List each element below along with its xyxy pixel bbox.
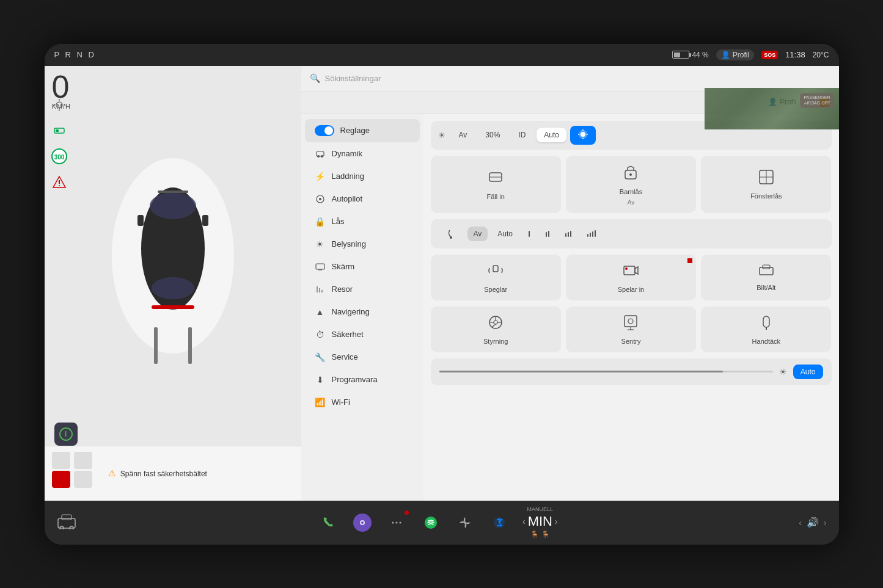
more-btn[interactable] xyxy=(386,512,408,534)
sun-icon-small: ☀ xyxy=(438,131,445,140)
wiper-btn-iii[interactable] xyxy=(559,228,577,240)
seat-rr xyxy=(74,471,92,488)
icon-buttons-row-2: Speglar xyxy=(431,255,832,300)
reglage-toggle[interactable] xyxy=(315,125,334,136)
recording-dot xyxy=(687,258,692,263)
info-button[interactable]: i xyxy=(54,423,78,446)
brightness-btn-blue[interactable] xyxy=(570,126,596,145)
menu-label-resor: Resor xyxy=(332,285,353,294)
wiper-lines-i xyxy=(529,231,530,237)
styrning-btn[interactable]: Styrning xyxy=(431,307,561,352)
right-panel: 🔍 Sökinställningar PASSENGERAIRBAG OFF 👤… xyxy=(301,66,839,501)
sentry-btn[interactable]: Sentry xyxy=(566,307,696,352)
menu-label-dynamik: Dynamik xyxy=(332,149,363,158)
vol-up-btn[interactable]: › xyxy=(824,518,827,528)
menu-item-autopilot[interactable]: Autopilot xyxy=(305,188,420,210)
svg-point-21 xyxy=(321,155,323,158)
camera-btn[interactable] xyxy=(351,512,373,534)
skarm-icon xyxy=(315,262,326,272)
menu-label-reglage: Reglage xyxy=(340,126,370,135)
spotify-btn[interactable] xyxy=(420,512,442,534)
climate-prev-btn[interactable]: ‹ xyxy=(522,517,526,526)
menu-list: Reglage Dynamik ⚡ Laddning xyxy=(301,114,423,501)
brightness-btn-av[interactable]: Av xyxy=(452,128,475,142)
vol-down-btn[interactable]: ‹ xyxy=(799,518,802,528)
profile-status-btn[interactable]: 👤 Profil xyxy=(716,49,754,60)
brightness-slider[interactable] xyxy=(439,371,773,372)
climate-seat-icon: 🪑 xyxy=(530,531,539,539)
svg-point-14 xyxy=(152,277,194,299)
svg-rect-17 xyxy=(152,305,194,309)
brightness-btn-id[interactable]: ID xyxy=(511,128,533,142)
speglar-btn[interactable]: Speglar xyxy=(431,255,561,300)
fallin-label: Fäll in xyxy=(486,193,504,200)
menu-item-sakerhet[interactable]: ⏱ Säkerhet xyxy=(305,324,420,346)
wiper-btn-i[interactable] xyxy=(522,228,536,240)
biltalt-btn[interactable]: Bilt/Alt xyxy=(701,255,831,300)
menu-item-belysning[interactable]: ☀ Belysning xyxy=(305,233,420,255)
wiper-btn-auto[interactable]: Auto xyxy=(491,227,519,241)
menu-label-skarm: Skärm xyxy=(332,262,355,271)
menu-item-laddning[interactable]: ⚡ Laddning xyxy=(305,165,420,187)
menu-item-resor[interactable]: Resor xyxy=(305,278,420,300)
search-input[interactable]: Sökinställningar xyxy=(325,74,830,83)
phone-btn[interactable] xyxy=(317,512,339,534)
menu-item-reglage[interactable]: Reglage xyxy=(305,119,420,142)
settings-area: Reglage Dynamik ⚡ Laddning xyxy=(301,114,839,501)
taskbar-right: ‹ 🔊 › xyxy=(799,517,826,528)
service-icon: 🔧 xyxy=(315,352,326,362)
fonsterlas-label: Fönsterlås xyxy=(750,192,782,200)
warning-triangle-icon: ⚠ xyxy=(108,468,116,478)
wiper-btn-iiii[interactable] xyxy=(581,227,602,240)
climate-icons: 🪑 🪑 xyxy=(530,531,550,539)
menu-label-belysning: Belysning xyxy=(332,239,366,249)
search-bar: 🔍 Sökinställningar PASSENGERAIRBAG OFF xyxy=(301,66,839,92)
menu-item-programvara[interactable]: ⬇ Programvara xyxy=(305,369,420,391)
volume-icon: 🔊 xyxy=(807,517,819,528)
barnlas-label: Barnlås xyxy=(620,188,642,195)
speglar-in-btn[interactable]: Spelar in xyxy=(566,255,696,300)
profile-btn-label: Profil xyxy=(733,51,749,59)
climate-temp: MIN xyxy=(528,514,552,529)
wiper-btn-av[interactable]: Av xyxy=(467,227,488,241)
barnlas-icon xyxy=(623,163,639,184)
bluetooth-btn[interactable] xyxy=(488,512,510,534)
menu-item-las[interactable]: 🔒 Lås xyxy=(305,211,420,233)
climate-next-btn[interactable]: › xyxy=(555,517,558,526)
brightness-btn-30[interactable]: 30% xyxy=(478,128,507,142)
icon-buttons-row-3: Styrning xyxy=(431,307,832,352)
biltalt-icon xyxy=(758,264,775,280)
wiper-line-4a xyxy=(587,234,588,237)
car-container xyxy=(45,66,301,446)
menu-item-dynamik[interactable]: Dynamik xyxy=(305,143,420,165)
menu-label-las: Lås xyxy=(332,217,345,226)
menu-item-navigering[interactable]: ▲ Navigering xyxy=(305,301,420,323)
auto-button[interactable]: Auto xyxy=(793,365,823,379)
wiper-btn-ii[interactable] xyxy=(540,228,555,240)
menu-item-wifi[interactable]: 📶 Wi-Fi xyxy=(305,391,420,413)
svg-point-20 xyxy=(317,155,320,158)
car-svg xyxy=(127,166,219,331)
fan-btn[interactable] xyxy=(454,512,476,534)
svg-point-69 xyxy=(425,517,437,529)
menu-label-programvara: Programvara xyxy=(332,375,378,384)
menu-label-navigering: Navigering xyxy=(332,307,370,316)
battery-fill xyxy=(674,53,680,57)
fonsterlас-btn[interactable]: Fönsterlås xyxy=(701,156,831,213)
status-right: 44 % 👤 Profil SOS 11:38 20°C xyxy=(672,49,829,60)
brightness-btn-auto[interactable]: Auto xyxy=(537,128,566,142)
menu-item-skarm[interactable]: Skärm xyxy=(305,256,420,278)
car-home-btn[interactable] xyxy=(57,512,76,533)
seat-diagram xyxy=(52,452,101,495)
seat-rl xyxy=(52,471,70,488)
slider-fill xyxy=(439,371,723,372)
wiper-line-1 xyxy=(529,231,530,237)
warning-message: Spänn fast säkerhetsbältet xyxy=(120,470,207,478)
fallin-btn[interactable]: Fäll in xyxy=(431,156,561,213)
handbrack-btn[interactable]: Handtäck xyxy=(701,307,831,352)
sos-button[interactable]: SOS xyxy=(761,51,778,59)
barnlas-btn[interactable]: Barnlås Av xyxy=(566,156,696,213)
menu-item-service[interactable]: 🔧 Service xyxy=(305,346,420,368)
styrning-icon xyxy=(487,314,504,334)
airbag-warning-badge: PASSENGERAIRBAG OFF xyxy=(800,93,834,109)
